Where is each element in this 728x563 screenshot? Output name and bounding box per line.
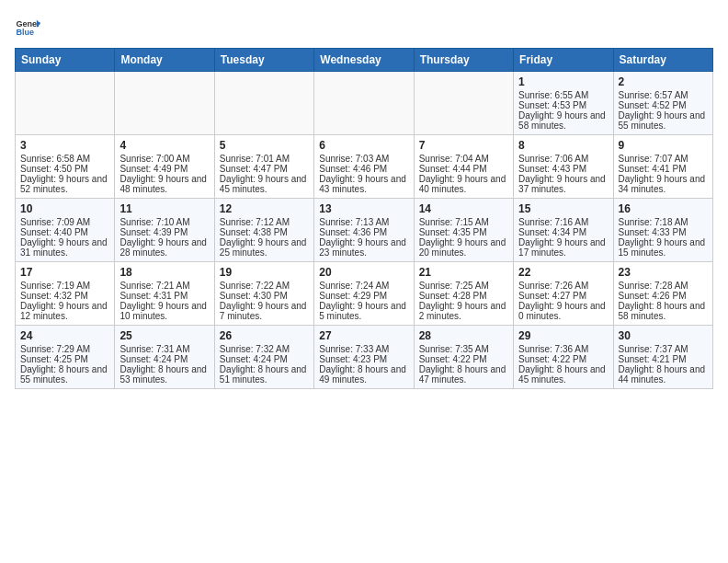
calendar-cell <box>314 72 414 135</box>
day-info: Sunrise: 7:12 AM <box>220 217 309 227</box>
day-info: Sunrise: 7:28 AM <box>619 281 708 291</box>
calendar-cell: 8Sunrise: 7:06 AMSunset: 4:43 PMDaylight… <box>514 135 613 199</box>
column-header-monday: Monday <box>115 49 214 72</box>
calendar-cell: 25Sunrise: 7:31 AMSunset: 4:24 PMDayligh… <box>115 326 214 389</box>
day-number: 2 <box>619 75 708 88</box>
day-info: Daylight: 8 hours and 51 minutes. <box>220 364 309 385</box>
day-info: Daylight: 9 hours and 48 minutes. <box>119 174 209 194</box>
svg-text:Blue: Blue <box>16 28 34 37</box>
calendar-week-4: 17Sunrise: 7:19 AMSunset: 4:32 PMDayligh… <box>16 262 713 326</box>
day-info: Sunset: 4:26 PM <box>619 291 708 301</box>
day-info: Sunset: 4:38 PM <box>220 227 309 237</box>
calendar-cell: 17Sunrise: 7:19 AMSunset: 4:32 PMDayligh… <box>16 262 115 326</box>
day-info: Daylight: 9 hours and 58 minutes. <box>518 110 608 131</box>
day-info: Daylight: 8 hours and 58 minutes. <box>619 301 708 321</box>
day-info: Daylight: 9 hours and 10 minutes. <box>119 301 209 321</box>
calendar-cell: 26Sunrise: 7:32 AMSunset: 4:24 PMDayligh… <box>214 326 313 389</box>
day-number: 15 <box>518 202 608 215</box>
day-number: 24 <box>20 329 109 342</box>
calendar-cell: 10Sunrise: 7:09 AMSunset: 4:40 PMDayligh… <box>16 199 115 262</box>
calendar-cell: 4Sunrise: 7:00 AMSunset: 4:49 PMDaylight… <box>115 135 214 199</box>
calendar-cell: 21Sunrise: 7:25 AMSunset: 4:28 PMDayligh… <box>414 262 513 326</box>
day-info: Sunset: 4:25 PM <box>20 354 109 364</box>
day-info: Sunset: 4:24 PM <box>220 354 309 364</box>
day-info: Sunset: 4:32 PM <box>20 291 109 301</box>
day-info: Sunset: 4:22 PM <box>518 354 608 364</box>
day-info: Daylight: 9 hours and 34 minutes. <box>619 174 708 194</box>
day-info: Daylight: 9 hours and 37 minutes. <box>518 174 608 194</box>
day-number: 6 <box>319 139 408 152</box>
day-info: Daylight: 9 hours and 0 minutes. <box>518 301 608 321</box>
day-info: Daylight: 9 hours and 28 minutes. <box>119 237 209 258</box>
day-number: 29 <box>518 329 608 342</box>
day-number: 28 <box>419 329 508 342</box>
day-number: 17 <box>20 266 109 279</box>
day-info: Daylight: 9 hours and 5 minutes. <box>319 301 408 321</box>
calendar-header-row: SundayMondayTuesdayWednesdayThursdayFrid… <box>16 49 713 72</box>
calendar-cell: 3Sunrise: 6:58 AMSunset: 4:50 PMDaylight… <box>16 135 115 199</box>
column-header-thursday: Thursday <box>414 49 513 72</box>
day-info: Sunrise: 6:57 AM <box>619 90 708 100</box>
day-info: Sunset: 4:33 PM <box>619 227 708 237</box>
day-info: Sunrise: 7:19 AM <box>20 281 109 291</box>
calendar-week-1: 1Sunrise: 6:55 AMSunset: 4:53 PMDaylight… <box>16 72 713 135</box>
day-number: 3 <box>20 139 109 152</box>
day-info: Sunrise: 7:32 AM <box>220 344 309 354</box>
calendar-week-3: 10Sunrise: 7:09 AMSunset: 4:40 PMDayligh… <box>16 199 713 262</box>
column-header-friday: Friday <box>514 49 613 72</box>
logo-icon: General Blue <box>15 15 40 40</box>
calendar-cell <box>414 72 513 135</box>
day-number: 4 <box>119 139 209 152</box>
calendar-cell: 24Sunrise: 7:29 AMSunset: 4:25 PMDayligh… <box>16 326 115 389</box>
day-info: Sunrise: 7:37 AM <box>619 344 708 354</box>
day-info: Sunrise: 7:22 AM <box>220 281 309 291</box>
day-number: 18 <box>119 266 209 279</box>
calendar-cell <box>115 72 214 135</box>
calendar-cell: 23Sunrise: 7:28 AMSunset: 4:26 PMDayligh… <box>613 262 712 326</box>
calendar-cell: 16Sunrise: 7:18 AMSunset: 4:33 PMDayligh… <box>613 199 712 262</box>
day-number: 1 <box>518 75 608 88</box>
day-number: 10 <box>20 202 109 215</box>
day-info: Sunset: 4:50 PM <box>20 164 109 174</box>
day-info: Sunset: 4:30 PM <box>220 291 309 301</box>
day-info: Sunset: 4:46 PM <box>319 164 408 174</box>
day-info: Daylight: 9 hours and 15 minutes. <box>619 237 708 258</box>
day-number: 20 <box>319 266 408 279</box>
day-number: 27 <box>319 329 408 342</box>
calendar-cell: 18Sunrise: 7:21 AMSunset: 4:31 PMDayligh… <box>115 262 214 326</box>
day-info: Sunrise: 7:26 AM <box>518 281 608 291</box>
day-info: Sunset: 4:29 PM <box>319 291 408 301</box>
day-info: Daylight: 9 hours and 45 minutes. <box>220 174 309 194</box>
day-number: 26 <box>220 329 309 342</box>
day-info: Daylight: 8 hours and 55 minutes. <box>20 364 109 385</box>
day-number: 21 <box>419 266 508 279</box>
column-header-saturday: Saturday <box>613 49 712 72</box>
day-info: Daylight: 9 hours and 12 minutes. <box>20 301 109 321</box>
day-info: Sunrise: 7:04 AM <box>419 154 508 164</box>
day-info: Sunrise: 7:31 AM <box>119 344 209 354</box>
day-number: 7 <box>419 139 508 152</box>
day-info: Sunrise: 7:21 AM <box>119 281 209 291</box>
day-info: Sunset: 4:28 PM <box>419 291 508 301</box>
day-info: Daylight: 8 hours and 47 minutes. <box>419 364 508 385</box>
day-info: Sunset: 4:53 PM <box>518 100 608 110</box>
calendar-cell: 19Sunrise: 7:22 AMSunset: 4:30 PMDayligh… <box>214 262 313 326</box>
day-number: 16 <box>619 202 708 215</box>
day-info: Sunrise: 7:13 AM <box>319 217 408 227</box>
calendar-cell: 27Sunrise: 7:33 AMSunset: 4:23 PMDayligh… <box>314 326 414 389</box>
day-info: Sunset: 4:52 PM <box>619 100 708 110</box>
day-number: 5 <box>220 139 309 152</box>
day-info: Sunset: 4:27 PM <box>518 291 608 301</box>
day-number: 25 <box>119 329 209 342</box>
calendar-cell: 1Sunrise: 6:55 AMSunset: 4:53 PMDaylight… <box>514 72 613 135</box>
calendar-cell <box>214 72 313 135</box>
day-info: Daylight: 9 hours and 43 minutes. <box>319 174 408 194</box>
day-number: 11 <box>119 202 209 215</box>
calendar-body: 1Sunrise: 6:55 AMSunset: 4:53 PMDaylight… <box>16 72 713 389</box>
day-info: Daylight: 9 hours and 40 minutes. <box>419 174 508 194</box>
calendar-cell: 7Sunrise: 7:04 AMSunset: 4:44 PMDaylight… <box>414 135 513 199</box>
day-number: 8 <box>518 139 608 152</box>
day-info: Sunrise: 7:07 AM <box>619 154 708 164</box>
calendar-cell: 5Sunrise: 7:01 AMSunset: 4:47 PMDaylight… <box>214 135 313 199</box>
calendar-cell: 11Sunrise: 7:10 AMSunset: 4:39 PMDayligh… <box>115 199 214 262</box>
